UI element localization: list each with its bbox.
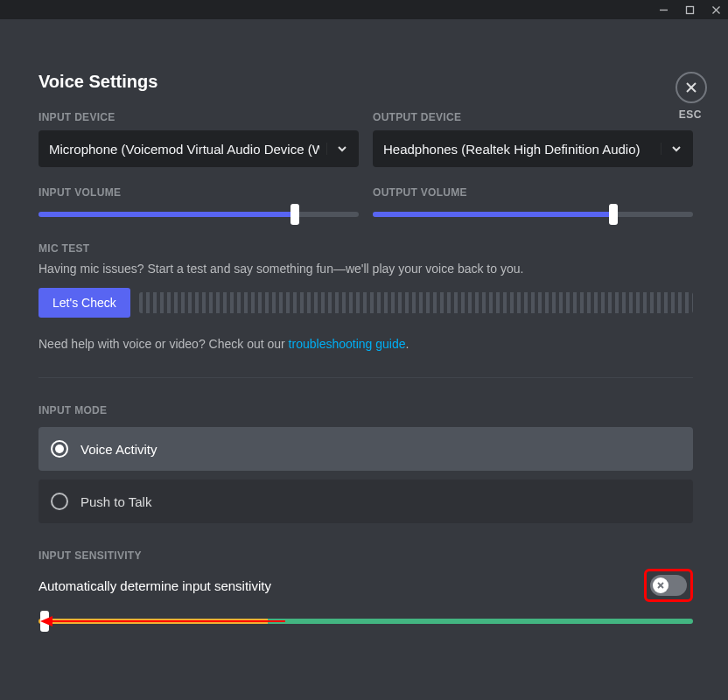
mic-test-help: Having mic issues? Start a test and say …	[38, 262, 693, 276]
toggle-knob	[653, 578, 668, 593]
mic-test-button[interactable]: Let's Check	[38, 288, 130, 318]
radio-label: Push to Talk	[80, 494, 151, 509]
radio-icon	[51, 493, 68, 510]
output-device-label: OUTPUT DEVICE	[373, 111, 693, 123]
input-sensitivity-label: INPUT SENSITIVITY	[38, 550, 693, 562]
annotation-highlight	[644, 569, 693, 602]
output-device-value: Headphones (Realtek High Definition Audi…	[383, 142, 654, 157]
input-volume-slider[interactable]	[38, 206, 359, 223]
mic-test-meter	[139, 292, 693, 313]
auto-sensitivity-label: Automatically determine input sensitivit…	[38, 578, 271, 593]
input-volume-label: INPUT VOLUME	[38, 186, 359, 199]
page-title: Voice Settings	[38, 72, 693, 92]
window-minimize-icon[interactable]	[658, 4, 668, 15]
chevron-down-icon	[661, 143, 682, 155]
slider-thumb[interactable]	[290, 204, 299, 225]
svg-rect-1	[686, 6, 693, 13]
slider-thumb[interactable]	[40, 611, 49, 632]
window-maximize-icon[interactable]	[684, 4, 695, 15]
input-mode-label: INPUT MODE	[38, 404, 693, 416]
chevron-down-icon	[326, 143, 348, 155]
radio-icon	[51, 440, 68, 458]
input-mode-voice-activity[interactable]: Voice Activity	[38, 427, 693, 471]
input-device-label: INPUT DEVICE	[38, 111, 359, 123]
input-sensitivity-slider[interactable]	[38, 614, 693, 628]
close-settings-button[interactable]	[676, 72, 707, 103]
radio-label: Voice Activity	[80, 442, 158, 457]
troubleshoot-text: Need help with voice or video? Check out…	[38, 337, 693, 351]
window-close-icon[interactable]	[710, 4, 721, 15]
mic-test-label: MIC TEST	[38, 242, 693, 255]
input-device-value: Microphone (Voicemod Virtual Audio Devic…	[49, 142, 319, 157]
esc-label: ESC	[679, 108, 702, 121]
slider-thumb[interactable]	[609, 204, 618, 225]
input-device-dropdown[interactable]: Microphone (Voicemod Virtual Audio Devic…	[38, 130, 359, 167]
output-volume-label: OUTPUT VOLUME	[373, 186, 693, 199]
output-device-dropdown[interactable]: Headphones (Realtek High Definition Audi…	[373, 130, 693, 167]
window-titlebar	[0, 0, 728, 19]
input-mode-push-to-talk[interactable]: Push to Talk	[38, 480, 693, 523]
troubleshoot-link[interactable]: troubleshooting guide	[289, 337, 406, 351]
output-volume-slider[interactable]	[373, 206, 693, 223]
auto-sensitivity-toggle[interactable]	[650, 575, 687, 596]
input-mode-group: Voice Activity Push to Talk	[38, 427, 693, 523]
divider	[38, 377, 693, 378]
